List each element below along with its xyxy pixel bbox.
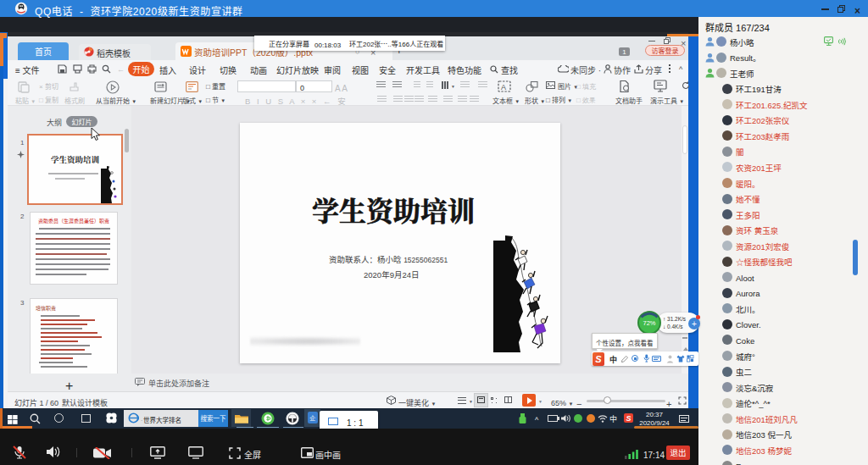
svg-text:A: A bbox=[501, 83, 506, 91]
